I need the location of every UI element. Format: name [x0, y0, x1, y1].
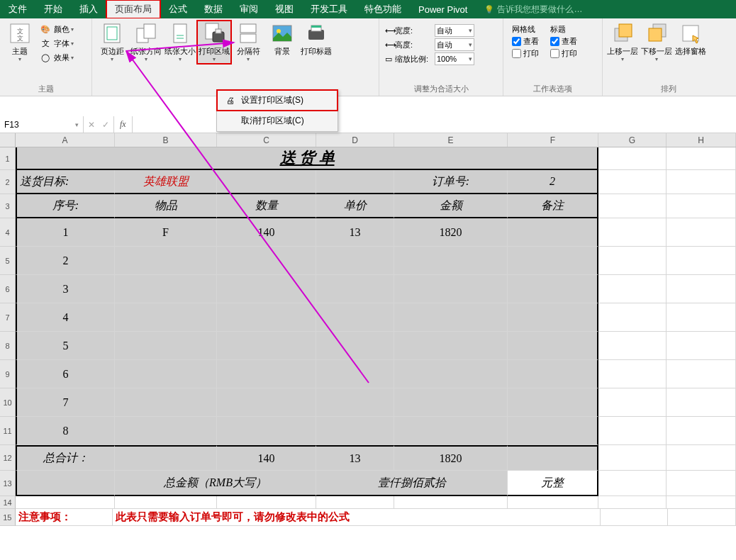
cell[interactable]	[508, 332, 598, 360]
clear-print-area-item[interactable]: 取消打印区域(C)	[217, 111, 338, 131]
cell[interactable]	[667, 147, 736, 170]
cell[interactable]	[316, 247, 394, 275]
menu-view[interactable]: 视图	[267, 0, 302, 18]
cell[interactable]	[217, 303, 316, 332]
cell[interactable]	[394, 417, 508, 445]
row-header[interactable]: 14	[0, 496, 16, 509]
cell[interactable]: 13	[316, 218, 394, 247]
col-header[interactable]: F	[508, 133, 598, 147]
cell[interactable]	[115, 445, 217, 471]
menu-insert[interactable]: 插入	[71, 0, 106, 18]
theme-fonts-button[interactable]: 文字体▾	[37, 36, 77, 50]
menu-file[interactable]: 文件	[0, 0, 35, 18]
cell[interactable]	[217, 417, 316, 445]
cell[interactable]	[598, 445, 667, 471]
send-backward-button[interactable]: 下移一层▾	[640, 21, 674, 64]
cell[interactable]	[217, 496, 316, 509]
cell[interactable]	[316, 170, 394, 194]
cell[interactable]	[115, 388, 217, 417]
cell[interactable]	[598, 194, 667, 218]
cell[interactable]	[316, 303, 394, 332]
cell[interactable]	[598, 360, 667, 388]
cell[interactable]	[598, 388, 667, 417]
cell[interactable]	[598, 471, 667, 496]
theme-colors-button[interactable]: 🎨颜色▾	[37, 22, 77, 36]
print-titles-button[interactable]: 打印标题	[299, 21, 333, 57]
background-button[interactable]: 背景	[265, 21, 299, 57]
row-header[interactable]: 6	[0, 275, 16, 303]
cell[interactable]	[394, 388, 508, 417]
col-header[interactable]: B	[115, 133, 217, 147]
cell[interactable]	[316, 332, 394, 360]
cell[interactable]	[316, 275, 394, 303]
scale-ratio-combo[interactable]: 100%	[435, 52, 474, 65]
menu-page-layout[interactable]: 页面布局	[106, 0, 160, 18]
cell[interactable]	[598, 303, 667, 332]
cell[interactable]: 5	[16, 332, 115, 360]
cell[interactable]	[667, 218, 736, 247]
cell[interactable]	[667, 471, 736, 496]
col-header[interactable]: H	[667, 133, 736, 147]
cell[interactable]	[667, 275, 736, 303]
row-header[interactable]: 10	[0, 388, 16, 417]
cell[interactable]	[217, 332, 316, 360]
orientation-button[interactable]: 纸张方向▾	[129, 21, 163, 64]
name-box[interactable]: F13	[0, 116, 84, 133]
cell[interactable]	[508, 360, 598, 388]
cell[interactable]	[667, 417, 736, 445]
cell[interactable]	[217, 388, 316, 417]
cell[interactable]: 元整	[508, 471, 598, 496]
cell[interactable]: 单价	[316, 194, 394, 218]
cell[interactable]	[508, 247, 598, 275]
cell[interactable]	[598, 218, 667, 247]
cell[interactable]	[115, 303, 217, 332]
cell[interactable]: 8	[16, 417, 115, 445]
cell[interactable]	[16, 471, 115, 496]
cell[interactable]	[115, 417, 217, 445]
col-header[interactable]: G	[598, 133, 667, 147]
cell[interactable]	[394, 496, 508, 509]
cell[interactable]: 物品	[115, 194, 217, 218]
menu-developer[interactable]: 开发工具	[302, 0, 356, 18]
cell[interactable]	[667, 170, 736, 194]
cancel-icon[interactable]: ✕	[88, 120, 95, 130]
cell[interactable]	[601, 509, 667, 526]
cell[interactable]	[667, 332, 736, 360]
cell[interactable]	[598, 275, 667, 303]
cell[interactable]: 1	[16, 218, 115, 247]
cell[interactable]: 1820	[394, 218, 508, 247]
row-header[interactable]: 9	[0, 360, 16, 388]
cell[interactable]	[115, 275, 217, 303]
themes-button[interactable]: 文文 主题 ▾	[3, 21, 37, 64]
cell[interactable]	[667, 496, 736, 509]
cell[interactable]: 备注	[508, 194, 598, 218]
cell[interactable]: 13	[316, 445, 394, 471]
cell[interactable]: 7	[16, 388, 115, 417]
cell[interactable]	[316, 417, 394, 445]
gridlines-view-checkbox[interactable]: 查看	[509, 35, 542, 47]
row-header[interactable]: 11	[0, 417, 16, 445]
menu-data[interactable]: 数据	[196, 0, 231, 18]
cell[interactable]	[667, 303, 736, 332]
row-header[interactable]: 4	[0, 218, 16, 247]
row-header[interactable]: 5	[0, 247, 16, 275]
row-header[interactable]: 8	[0, 332, 16, 360]
row-header[interactable]: 3	[0, 194, 16, 218]
select-all-corner[interactable]	[0, 133, 16, 147]
cell[interactable]	[316, 388, 394, 417]
scale-width-combo[interactable]: 自动	[435, 24, 474, 37]
cell[interactable]	[316, 496, 394, 509]
theme-effects-button[interactable]: ◯效果▾	[37, 50, 77, 65]
menu-formulas[interactable]: 公式	[160, 0, 196, 18]
cell[interactable]	[667, 445, 736, 471]
cell[interactable]	[598, 170, 667, 194]
menu-home[interactable]: 开始	[35, 0, 71, 18]
row-header[interactable]: 12	[0, 445, 16, 471]
cell[interactable]	[508, 388, 598, 417]
cell[interactable]	[394, 360, 508, 388]
cell[interactable]	[667, 247, 736, 275]
cell[interactable]	[394, 275, 508, 303]
cell[interactable]	[115, 247, 217, 275]
cell[interactable]: 送货目标:	[16, 170, 115, 194]
menu-special[interactable]: 特色功能	[356, 0, 410, 18]
